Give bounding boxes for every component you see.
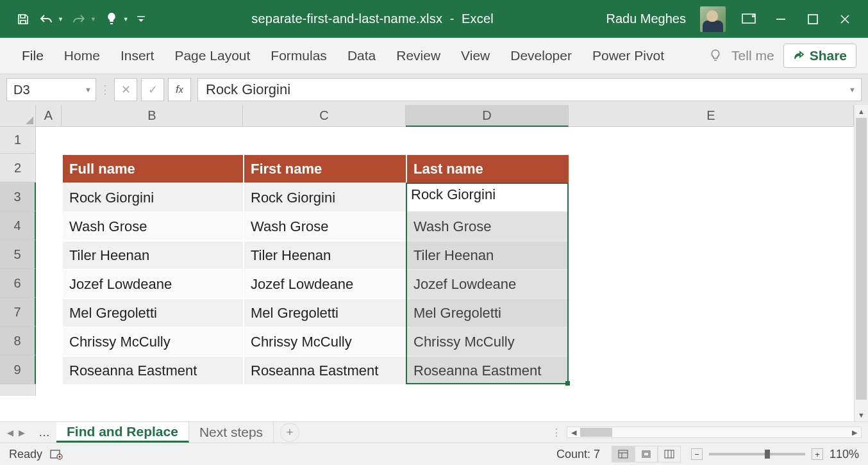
page-break-view-icon[interactable] (658, 446, 681, 462)
maximize-icon[interactable] (804, 10, 822, 28)
col-header-C[interactable]: C (243, 105, 406, 127)
cell[interactable]: Tiler Heenan (244, 241, 406, 270)
enter-formula-icon[interactable]: ✓ (141, 78, 164, 101)
share-button[interactable]: Share (783, 44, 856, 68)
cancel-formula-icon[interactable]: ✕ (114, 78, 137, 101)
scroll-up-icon[interactable]: ▲ (855, 105, 868, 118)
sheet-next-icon[interactable]: ▶ (17, 427, 27, 439)
header-last-name[interactable]: Last name (406, 154, 569, 183)
cell[interactable]: Mel Gregoletti (406, 298, 569, 327)
ideas-icon[interactable] (104, 12, 119, 27)
cell[interactable]: Wash Grose (244, 212, 406, 241)
zoom-in-icon[interactable]: + (812, 448, 823, 460)
cell[interactable]: Tiler Heenan (406, 241, 569, 270)
scroll-down-icon[interactable]: ▼ (855, 409, 868, 421)
row-header-6[interactable]: 6 (0, 269, 36, 298)
expand-formula-icon[interactable]: ▼ (849, 86, 856, 94)
cell[interactable]: Roseanna Eastment (406, 356, 569, 385)
tab-review[interactable]: Review (386, 38, 451, 74)
cell[interactable]: Roseanna Eastment (62, 356, 244, 385)
zoom-level[interactable]: 110% (830, 448, 859, 461)
tab-home[interactable]: Home (54, 38, 110, 74)
normal-view-icon[interactable] (612, 446, 635, 462)
page-layout-view-icon[interactable] (635, 446, 658, 462)
tellme-icon[interactable] (708, 49, 722, 63)
col-header-D[interactable]: D (406, 105, 569, 127)
cell[interactable]: Jozef Lowdeane (62, 270, 244, 298)
cell[interactable]: Roseanna Eastment (244, 356, 406, 385)
account-name[interactable]: Radu Meghes (606, 12, 686, 26)
minimize-icon[interactable] (772, 10, 790, 28)
cell[interactable]: Mel Gregoletti (62, 298, 244, 327)
redo-icon[interactable] (71, 12, 87, 27)
row-header-8[interactable]: 8 (0, 327, 36, 355)
tab-file[interactable]: File (12, 38, 54, 74)
cell[interactable]: Chrissy McCully (244, 327, 406, 356)
ideas-dropdown-icon[interactable]: ▼ (123, 16, 129, 22)
ribbon-tabs: File Home Insert Page Layout Formulas Da… (0, 38, 868, 74)
sheet-tab-find-replace[interactable]: Find and Replace (56, 422, 189, 443)
avatar[interactable] (700, 6, 726, 32)
cells-area[interactable]: Full name First name Last name Rock Gior… (36, 127, 854, 421)
cell[interactable]: Rock Giorgini (244, 183, 406, 212)
cell[interactable]: Tiler Heenan (62, 241, 244, 270)
cell[interactable]: Jozef Lowdeane (244, 270, 406, 298)
cell[interactable]: Wash Grose (62, 212, 244, 241)
tab-page-layout[interactable]: Page Layout (164, 38, 260, 74)
tab-developer[interactable]: Developer (500, 38, 582, 74)
col-header-B[interactable]: B (62, 105, 243, 127)
select-all-corner[interactable] (0, 105, 36, 127)
scroll-thumb[interactable] (856, 118, 867, 400)
cell[interactable]: Chrissy McCully (406, 327, 569, 356)
tab-view[interactable]: View (451, 38, 500, 74)
redo-dropdown-icon[interactable]: ▼ (90, 16, 96, 22)
qat-customize-icon[interactable] (137, 12, 146, 27)
zoom-out-icon[interactable]: − (691, 448, 703, 460)
name-box[interactable]: D3 ▼ (6, 78, 96, 101)
tab-formulas[interactable]: Formulas (260, 38, 337, 74)
sheet-tab-next-steps[interactable]: Next steps (189, 422, 274, 443)
row-header-2[interactable]: 2 (0, 154, 36, 183)
formula-input[interactable]: Rock Giorgini ▼ (197, 78, 862, 101)
col-header-E[interactable]: E (569, 105, 854, 127)
chevron-down-icon[interactable]: ▼ (85, 86, 92, 94)
tab-data[interactable]: Data (337, 38, 386, 74)
undo-dropdown-icon[interactable]: ▼ (58, 16, 63, 22)
save-icon[interactable] (15, 12, 31, 27)
macro-record-icon[interactable] (50, 448, 63, 460)
new-sheet-icon[interactable]: + (280, 423, 299, 442)
ribbon-display-icon[interactable] (740, 10, 758, 28)
row-header-7[interactable]: 7 (0, 298, 36, 327)
row-header-3[interactable]: 3 (0, 183, 36, 211)
titlebar-right: Radu Meghes (592, 6, 868, 32)
close-icon[interactable] (836, 10, 854, 28)
sheet-more-icon[interactable]: … (32, 426, 56, 439)
cell[interactable]: Jozef Lowdeane (406, 270, 569, 298)
insert-function-icon[interactable]: fx (168, 78, 191, 101)
undo-icon[interactable] (38, 12, 54, 27)
zoom-slider[interactable] (709, 453, 805, 455)
vertical-scrollbar[interactable]: ▲ ▼ (854, 105, 868, 421)
tab-grip-icon[interactable]: ⋮ (551, 427, 562, 439)
cell[interactable]: Wash Grose (406, 212, 569, 241)
header-first-name[interactable]: First name (244, 154, 406, 183)
row-header-4[interactable]: 4 (0, 211, 36, 240)
sheet-prev-icon[interactable]: ◀ (5, 427, 15, 439)
col-header-A[interactable]: A (36, 105, 62, 127)
cell[interactable]: Mel Gregoletti (244, 298, 406, 327)
scroll-left-icon[interactable]: ◀ (567, 428, 580, 437)
hscroll-thumb[interactable] (580, 428, 612, 437)
header-full-name[interactable]: Full name (62, 154, 244, 183)
row-header-10[interactable] (0, 384, 36, 396)
tab-insert[interactable]: Insert (110, 38, 165, 74)
cell[interactable]: Rock Giorgini (62, 183, 244, 212)
row-header-9[interactable]: 9 (0, 355, 36, 384)
zoom-thumb[interactable] (765, 450, 770, 459)
row-header-5[interactable]: 5 (0, 240, 36, 269)
tab-power-pivot[interactable]: Power Pivot (582, 38, 674, 74)
horizontal-scrollbar[interactable]: ◀ ▶ (567, 427, 862, 438)
tellme-label[interactable]: Tell me (731, 48, 774, 63)
row-header-1[interactable]: 1 (0, 127, 36, 154)
scroll-right-icon[interactable]: ▶ (848, 428, 861, 437)
cell[interactable]: Chrissy McCully (62, 327, 244, 356)
